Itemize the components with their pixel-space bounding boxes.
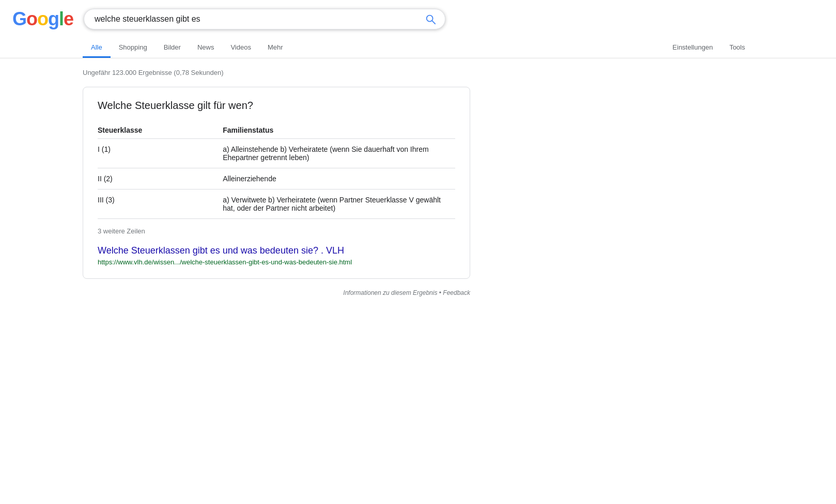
steuerklasse-cell: I (1) — [98, 139, 223, 168]
result-link-title[interactable]: Welche Steuerklassen gibt es und was bed… — [98, 245, 455, 256]
more-rows-link[interactable]: 3 weitere Zeilen — [98, 227, 455, 235]
tab-bilder[interactable]: Bilder — [156, 38, 189, 58]
search-bar-wrapper: welche steuerklassen gibt es — [84, 9, 445, 29]
logo-letter-g: g — [48, 8, 59, 30]
tab-news[interactable]: News — [189, 38, 223, 58]
tab-einstellungen[interactable]: Einstellungen — [664, 38, 721, 58]
featured-snippet-card: Welche Steuerklasse gilt für wen? Steuer… — [83, 87, 470, 279]
table-row: III (3) a) Verwitwete b) Verheiratete (w… — [98, 190, 455, 219]
tab-shopping[interactable]: Shopping — [111, 38, 156, 58]
steuerklasse-table: Steuerklasse Familienstatus I (1) a) All… — [98, 122, 455, 219]
nav-tabs: Alle Shopping Bilder News Videos Mehr Ei… — [0, 38, 836, 58]
result-url: https://www.vlh.de/wissen.../welche-steu… — [98, 258, 455, 266]
header-top: G o o g l e welche steuerklassen gibt es — [0, 8, 836, 38]
google-logo[interactable]: G o o g l e — [12, 8, 73, 30]
logo-letter-o1: o — [26, 8, 37, 30]
search-input[interactable]: welche steuerklassen gibt es — [84, 9, 445, 29]
logo-letter-e: e — [64, 8, 73, 30]
steuerklasse-cell: III (3) — [98, 190, 223, 219]
svg-line-1 — [432, 21, 435, 24]
table-header-familienstatus: Familienstatus — [223, 122, 455, 139]
card-title: Welche Steuerklasse gilt für wen? — [98, 100, 455, 112]
table-row: I (1) a) Alleinstehende b) Verheiratete … — [98, 139, 455, 168]
familienstatus-cell: Alleinerziehende — [223, 168, 455, 190]
table-header-steuerklasse: Steuerklasse — [98, 122, 223, 139]
result-footer: Informationen zu diesem Ergebnis • Feedb… — [83, 289, 470, 296]
tab-tools[interactable]: Tools — [721, 38, 753, 58]
logo-letter-o2: o — [37, 8, 48, 30]
header: G o o g l e welche steuerklassen gibt es… — [0, 0, 836, 58]
tab-alle[interactable]: Alle — [83, 38, 111, 58]
main-content: Ungefähr 123.000 Ergebnisse (0,78 Sekund… — [0, 58, 836, 317]
logo-letter-l: l — [59, 8, 64, 30]
search-icon — [425, 13, 436, 25]
tab-mehr[interactable]: Mehr — [259, 38, 291, 58]
search-button[interactable] — [423, 11, 438, 27]
table-row: II (2) Alleinerziehende — [98, 168, 455, 190]
logo-letter-G: G — [12, 8, 26, 30]
tab-videos[interactable]: Videos — [222, 38, 259, 58]
results-count: Ungefähr 123.000 Ergebnisse (0,78 Sekund… — [83, 69, 753, 76]
familienstatus-cell: a) Alleinstehende b) Verheiratete (wenn … — [223, 139, 455, 168]
familienstatus-cell: a) Verwitwete b) Verheiratete (wenn Part… — [223, 190, 455, 219]
steuerklasse-cell: II (2) — [98, 168, 223, 190]
